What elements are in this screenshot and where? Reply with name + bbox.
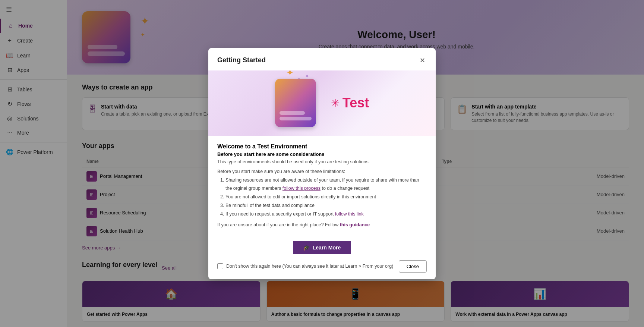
modal-close-button[interactable]: ✕ [418, 55, 427, 66]
modal-hero-image: ✦ ✦ ✦ ✳ Test [208, 70, 436, 136]
modal-guidance-link[interactable]: this guidance [340, 222, 370, 227]
modal-star-large: ✦ [286, 70, 294, 78]
learn-more-icon: 🎓 [303, 245, 310, 251]
modal-logo-text: Test [342, 95, 369, 111]
limitation-3: Be mindfull of the test data and complia… [225, 202, 427, 210]
modal-actions: 🎓 Learn More [208, 235, 436, 260]
learn-more-button[interactable]: 🎓 Learn More [293, 241, 351, 254]
limitation-1-text-after: to do a change request [321, 186, 369, 191]
modal-title: Getting Started [217, 56, 266, 64]
modal-footer: Don't show this again here (You can alwa… [208, 260, 436, 279]
modal-phone-graphic [275, 79, 316, 127]
modal-body: Welcome to a Test Environment Before you… [208, 136, 436, 235]
modal-star-small-1: ✦ [305, 73, 309, 79]
limitation-4: If you need to request a security expert… [225, 210, 427, 218]
getting-started-modal: Getting Started ✕ ✦ ✦ ✦ ✳ Test Welcome t… [208, 48, 436, 279]
limitation-4-text-before: If you need to request a security expert… [225, 211, 335, 217]
learn-more-label: Learn More [313, 245, 341, 251]
dont-show-label[interactable]: Don't show this again here (You can alwa… [217, 263, 393, 269]
dont-show-text: Don't show this again here (You can alwa… [226, 264, 393, 269]
dont-show-checkbox[interactable] [217, 263, 223, 269]
modal-guidance: If you are unsure about if you are in th… [217, 222, 427, 227]
limitation-2: You are not allowed to edit or import so… [225, 193, 427, 201]
modal-subtitle: Before you start here are some considera… [217, 151, 427, 157]
modal-overlay: Getting Started ✕ ✦ ✦ ✦ ✳ Test Welcome t… [0, 0, 644, 327]
modal-header: Getting Started ✕ [208, 48, 436, 70]
limitation-1-link[interactable]: follow this process [282, 186, 321, 191]
modal-limitations-list: Sharing resources are not allowed outsid… [217, 176, 427, 218]
modal-guidance-text: If you are unsure about if you are in th… [217, 222, 340, 227]
limitation-1: Sharing resources are not allowed outsid… [225, 176, 427, 192]
modal-limitations-intro: Before you start make sure you are aware… [217, 169, 427, 174]
modal-logo-icon: ✳ [331, 97, 340, 109]
limitation-4-link[interactable]: follow this link [335, 211, 364, 217]
modal-welcome-title: Welcome to a Test Environment [217, 143, 427, 150]
modal-logo-area: ✳ Test [331, 95, 369, 111]
close-button[interactable]: Close [399, 260, 427, 273]
modal-desc: This type of environments should be used… [217, 158, 427, 166]
